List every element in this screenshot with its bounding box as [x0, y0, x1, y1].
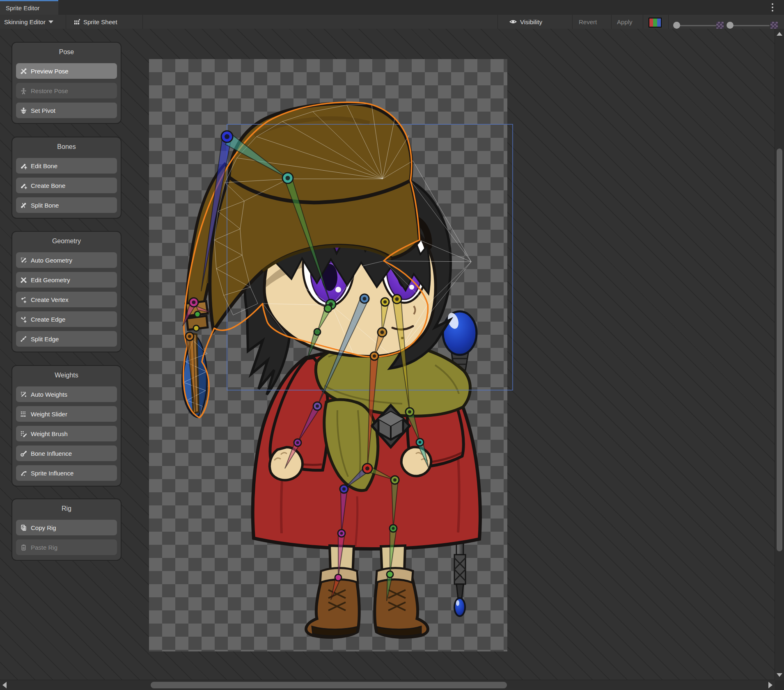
unity-sprite-editor-window: { "window": { "tab_title": "Sprite Edito…: [0, 0, 784, 690]
copy-rig-button[interactable]: Copy Rig: [16, 520, 117, 535]
toolbar: Skinning Editor Sprite Sheet Visibility …: [0, 15, 784, 29]
sprite-canvas-art: [0, 29, 775, 680]
button-label: Create Vertex: [31, 296, 69, 303]
split-edge-button[interactable]: Split Edge: [16, 331, 117, 347]
skinning-editor-dropdown[interactable]: Skinning Editor: [4, 15, 53, 29]
panel-title: Geometry: [16, 238, 117, 246]
canvas-viewport[interactable]: Pose Preview Pose Restore Pose Set Pivot…: [0, 29, 775, 680]
button-label: Weight Brush: [31, 430, 68, 437]
apply-label: Apply: [617, 18, 633, 25]
copy-rig-icon: [20, 524, 27, 531]
mesh-opacity-slider-knob[interactable]: [727, 22, 734, 29]
bone-opacity-slider-icon: [716, 22, 724, 29]
create-edge-icon: [20, 316, 27, 323]
scroll-left-arrow-icon[interactable]: [2, 682, 7, 688]
preview-pose-button[interactable]: Preview Pose: [16, 63, 117, 79]
button-label: Auto Geometry: [31, 257, 72, 264]
auto-weights-icon: [20, 391, 27, 398]
edit-bone-button[interactable]: Edit Bone: [16, 158, 117, 174]
split-edge-icon: [20, 336, 27, 343]
panel-rig: Rig Copy Rig Paste Rig: [11, 498, 121, 561]
sprite-sheet-label: Sprite Sheet: [83, 18, 117, 25]
bone-opacity-slider-knob[interactable]: [673, 22, 680, 29]
vertical-scrollbar-thumb[interactable]: [777, 149, 782, 551]
panel-title: Rig: [16, 505, 117, 513]
button-label: Preview Pose: [31, 68, 69, 75]
kebab-menu-icon[interactable]: [772, 3, 773, 5]
visibility-label: Visibility: [520, 18, 542, 25]
button-label: Set Pivot: [31, 107, 55, 114]
paste-rig-button[interactable]: Paste Rig: [16, 539, 117, 555]
toolbar-separator: [497, 15, 498, 29]
button-label: Create Bone: [31, 182, 65, 189]
blue-channel-stripe: [657, 18, 661, 27]
create-vertex-button[interactable]: Create Vertex: [16, 292, 117, 307]
panel-title: Weights: [16, 372, 117, 380]
preview-pose-icon: [20, 68, 27, 75]
sprite-sheet-icon: [74, 18, 80, 25]
weight-brush-icon: [20, 430, 27, 437]
revert-button[interactable]: Revert: [579, 15, 597, 29]
button-label: Edit Bone: [31, 162, 57, 169]
chevron-down-icon: [48, 21, 53, 23]
button-label: Auto Weights: [31, 391, 67, 398]
horizontal-scrollbar-thumb[interactable]: [151, 682, 507, 688]
button-label: Paste Rig: [31, 544, 57, 551]
revert-label: Revert: [579, 18, 597, 25]
scroll-right-arrow-icon[interactable]: [768, 682, 773, 688]
bone-influence-button[interactable]: Bone Influence: [16, 446, 117, 461]
green-channel-stripe: [653, 18, 657, 27]
panel-title: Pose: [16, 48, 117, 57]
set-pivot-button[interactable]: Set Pivot: [16, 103, 117, 118]
weight-brush-button[interactable]: Weight Brush: [16, 426, 117, 441]
button-label: Edit Geometry: [31, 276, 70, 283]
toolbar-separator: [66, 15, 66, 29]
panel-bones: Bones Edit Bone Create Bone Split Bone: [11, 137, 121, 219]
paste-rig-icon: [20, 544, 27, 551]
tab-sprite-editor[interactable]: Sprite Editor: [0, 0, 58, 15]
auto-geometry-button[interactable]: Auto Geometry: [16, 252, 117, 268]
bone-influence-icon: [20, 450, 27, 457]
button-label: Restore Pose: [31, 87, 68, 94]
edit-geometry-icon: [20, 276, 27, 283]
skinning-editor-label: Skinning Editor: [4, 18, 46, 25]
button-label: Create Edge: [31, 316, 65, 323]
visibility-button[interactable]: Visibility: [509, 15, 542, 29]
mesh-opacity-slider-track[interactable]: [731, 25, 770, 26]
toolbar-separator: [611, 15, 612, 29]
auto-weights-button[interactable]: Auto Weights: [16, 386, 117, 402]
scroll-up-arrow-icon[interactable]: [777, 32, 782, 36]
vertical-scrollbar[interactable]: [775, 29, 784, 680]
horizontal-scrollbar[interactable]: [0, 680, 775, 690]
toolbar-separator: [572, 15, 573, 29]
bone-opacity-slider-track[interactable]: [677, 25, 716, 26]
button-label: Weight Slider: [31, 411, 67, 418]
toolbar-separator: [142, 15, 143, 29]
restore-pose-button[interactable]: Restore Pose: [16, 83, 117, 98]
sprite-influence-button[interactable]: Sprite Influence: [16, 465, 117, 481]
sprite-sheet-button[interactable]: Sprite Sheet: [74, 15, 117, 29]
create-edge-button[interactable]: Create Edge: [16, 311, 117, 327]
split-bone-icon: [20, 202, 27, 209]
scroll-down-arrow-icon[interactable]: [777, 673, 782, 677]
weight-slider-icon: [20, 411, 27, 418]
set-pivot-icon: [20, 107, 27, 114]
color-channels-swatch-button[interactable]: [649, 18, 662, 27]
create-bone-button[interactable]: Create Bone: [16, 178, 117, 193]
apply-button[interactable]: Apply: [617, 15, 633, 29]
create-bone-icon: [20, 182, 27, 189]
create-vertex-icon: [20, 296, 27, 303]
toolbar-separator: [668, 15, 669, 29]
button-label: Copy Rig: [31, 524, 56, 531]
left-hand: [270, 447, 303, 480]
edit-geometry-button[interactable]: Edit Geometry: [16, 272, 117, 288]
tab-title: Sprite Editor: [6, 5, 40, 11]
button-label: Bone Influence: [31, 450, 72, 457]
restore-pose-icon: [20, 87, 27, 94]
button-label: Sprite Influence: [31, 470, 73, 477]
title-bar: Sprite Editor: [0, 0, 784, 15]
mesh-opacity-slider-icon: [770, 22, 778, 29]
weight-slider-button[interactable]: Weight Slider: [16, 406, 117, 422]
eye-icon: [509, 18, 517, 25]
split-bone-button[interactable]: Split Bone: [16, 197, 117, 213]
